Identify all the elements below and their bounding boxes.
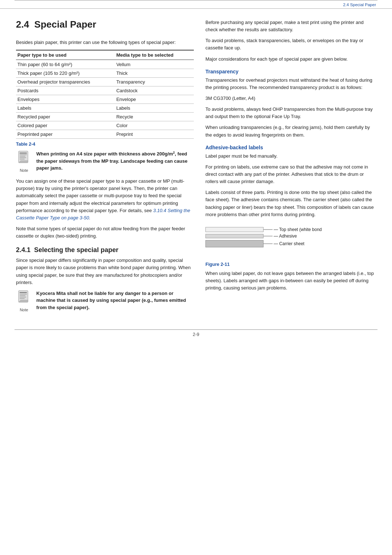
content-area: 2.4 Special Paper Besides plain paper, t… — [0, 9, 392, 326]
svg-rect-1 — [20, 153, 27, 154]
note1-label: Note — [16, 168, 32, 173]
layer-adhesive — [205, 234, 264, 238]
note2-text: Kyocera Mita shall not be liable for any… — [36, 290, 194, 311]
paper-type-table: Paper type to be used Media type to be s… — [16, 50, 194, 139]
layer-carrier — [205, 240, 264, 247]
media-type-cell: Thick — [115, 69, 194, 78]
body-text1: You can assign one of these special pape… — [16, 178, 194, 222]
paper-type-cell: Overhead projector transparencies — [16, 78, 115, 86]
paper-type-cell: Thin paper (60 to 64 g/m²) — [16, 60, 115, 69]
svg-rect-4 — [20, 157, 26, 158]
svg-text:— Carrier sheet: — Carrier sheet — [274, 241, 305, 246]
svg-text:— Adhesive: — Adhesive — [274, 234, 297, 239]
svg-rect-8 — [20, 292, 27, 293]
media-type-cell: Envelope — [115, 95, 194, 104]
paper-type-cell: Preprinted paper — [16, 130, 115, 139]
paper-type-cell: Colored paper — [16, 121, 115, 130]
subsection-intro: Since special paper differs significantl… — [16, 257, 194, 286]
subsection-number: 2.4.1 — [16, 246, 30, 254]
figure-caption: Figure 2-11 — [205, 262, 376, 267]
svg-rect-5 — [20, 159, 25, 159]
adhesive-text1: Label paper must be fed manually. — [205, 153, 376, 160]
section-name: Special Paper — [34, 19, 97, 30]
subsection-title: 2.4.1 Selecting the special paper — [16, 246, 194, 254]
svg-text:— Top sheet (white bond paper): — Top sheet (white bond paper) — [274, 227, 322, 232]
media-type-cell: Transparency — [115, 78, 194, 86]
paper-type-cell: Thick paper (105 to 220 g/m²) — [16, 69, 115, 78]
page-number: 2-9 — [193, 332, 199, 337]
layer-top — [205, 227, 264, 232]
note1-box: Note When printing on A4 size paper with… — [16, 150, 194, 173]
note1-icon-area: Note — [16, 150, 32, 173]
right-column: Before purchasing any special paper, mak… — [205, 19, 376, 317]
media-type-cell: Color — [115, 121, 194, 130]
adhesive-heading: Adhesive-backed labels — [205, 145, 376, 150]
note2-box: Note Kyocera Mita shall not be liable fo… — [16, 290, 194, 312]
before-purchase-text: Before purchasing any special paper, mak… — [205, 19, 376, 33]
after-figure-text1: When using label paper, do not leave gap… — [205, 270, 376, 292]
footer-bar: 2-9 — [15, 329, 377, 337]
svg-rect-11 — [20, 297, 26, 297]
table-row: Thick paper (105 to 220 g/m²)Thick — [16, 69, 194, 78]
media-type-cell: Preprint — [115, 130, 194, 139]
subsection-name: Selecting the special paper — [34, 246, 118, 254]
page: 2.4 Special Paper 2.4 Special Paper Besi… — [0, 0, 392, 555]
table-row: Colored paperColor — [16, 121, 194, 130]
note1-text: When printing on A4 size paper with thic… — [36, 150, 194, 172]
col2-header: Media type to be selected — [115, 50, 194, 60]
svg-rect-12 — [20, 298, 25, 299]
section-title: 2.4 Special Paper — [16, 19, 194, 30]
table-row: Overhead projector transparenciesTranspa… — [16, 78, 194, 86]
left-column: 2.4 Special Paper Besides plain paper, t… — [16, 19, 194, 317]
media-type-cell: Vellum — [115, 60, 194, 69]
body-text2: Note that some types of special paper do… — [16, 225, 194, 240]
table-row: Thin paper (60 to 64 g/m²)Vellum — [16, 60, 194, 69]
transparency-product: 3M CG3700 (Letter, A4) — [205, 95, 376, 102]
label-diagram: — Top sheet (white bond paper) — Adhesiv… — [205, 224, 322, 260]
adhesive-text2: For printing on labels, use extreme care… — [205, 163, 376, 185]
table-caption: Table 2-4 — [16, 142, 194, 147]
table-row: EnvelopesEnvelope — [16, 95, 194, 104]
paper-type-cell: Postcards — [16, 86, 115, 95]
col1-header: Paper type to be used — [16, 50, 115, 60]
figure-area: — Top sheet (white bond paper) — Adhesiv… — [205, 224, 376, 267]
major-considerations-text: Major considerations for each type of sp… — [205, 56, 376, 63]
intro-text: Besides plain paper, this printer can us… — [16, 39, 194, 46]
media-type-cell: Cardstock — [115, 86, 194, 95]
svg-rect-9 — [20, 294, 27, 295]
table-row: LabelsLabels — [16, 104, 194, 113]
paper-type-cell: Recycled paper — [16, 113, 115, 121]
media-type-cell: Labels — [115, 104, 194, 113]
svg-rect-10 — [20, 295, 25, 296]
note2-label: Note — [16, 308, 32, 312]
paper-type-cell: Labels — [16, 104, 115, 113]
svg-rect-2 — [20, 154, 27, 155]
transparency-text2: To avoid problems, always feed OHP trans… — [205, 106, 376, 120]
media-type-cell: Recycle — [115, 113, 194, 121]
svg-rect-3 — [20, 156, 25, 157]
transparency-text1: Transparencies for overhead projectors m… — [205, 77, 376, 91]
table-row: PostcardsCardstock — [16, 86, 194, 95]
transparency-heading: Transparency — [205, 69, 376, 74]
table-row: Recycled paperRecycle — [16, 113, 194, 121]
note2-icon-area: Note — [16, 290, 32, 312]
note2-icon — [17, 290, 31, 306]
header-section-ref: 2.4 Special Paper — [343, 3, 376, 7]
note-icon — [17, 150, 31, 166]
header-bar: 2.4 Special Paper — [0, 0, 392, 9]
table-row: Preprinted paperPreprint — [16, 130, 194, 139]
section-number: 2.4 — [16, 19, 29, 30]
adhesive-text3: Labels consist of three parts. Printing … — [205, 189, 376, 218]
avoid-problems-text: To avoid problems, stack transparencies,… — [205, 37, 376, 52]
transparency-text3: When unloading transparencies (e.g., for… — [205, 124, 376, 138]
paper-type-cell: Envelopes — [16, 95, 115, 104]
